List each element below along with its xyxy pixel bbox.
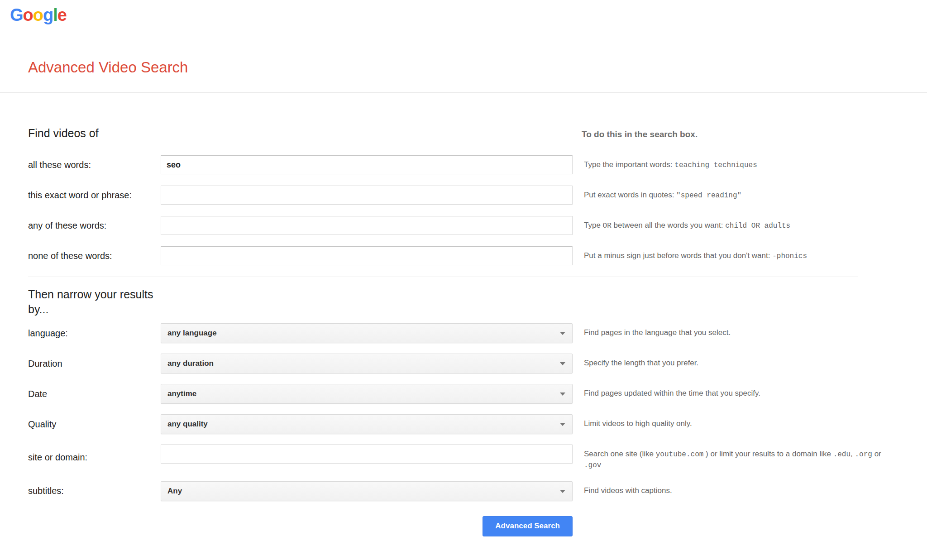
find-section-heading-row: Find videos of To do this in the search …: [28, 127, 897, 140]
duration-label: Duration: [28, 354, 161, 373]
button-row-spacer: [28, 516, 161, 536]
hint-text: Limit videos to high quality only.: [584, 419, 692, 428]
exact-word-or-phrase-input[interactable]: [161, 186, 573, 205]
quality-hint: Limit videos to high quality only.: [584, 414, 692, 434]
chevron-down-icon: [560, 362, 565, 365]
hint-example-text: child OR adults: [725, 222, 790, 230]
exact-word-or-phrase-label: this exact word or phrase:: [28, 186, 161, 205]
any-of-these-words-hint: Type OR between all the words you want: …: [584, 216, 790, 235]
any-of-these-words-input[interactable]: [161, 216, 573, 235]
any-of-these-words-control: [161, 216, 573, 235]
logo-letter: g: [43, 5, 53, 24]
hint-text: Put a minus sign just before words that …: [584, 251, 772, 260]
logo-letter: e: [57, 5, 67, 24]
hint-text: ,: [851, 450, 855, 458]
hint-text: Type: [584, 221, 603, 230]
exact-word-or-phrase-hint: Put exact words in quotes: "speed readin…: [584, 186, 741, 205]
site-or-domain-input[interactable]: [161, 445, 573, 464]
narrow-results-heading: Then narrow your results by...: [28, 287, 164, 317]
hint-example-text: OR: [603, 222, 612, 230]
row-site-or-domain: site or domain:Search one site (like you…: [28, 445, 897, 471]
google-logo[interactable]: Google: [10, 5, 67, 25]
main-content: Find videos of To do this in the search …: [28, 92, 897, 536]
hint-text: or: [872, 450, 881, 458]
advanced-video-search-page: Google Advanced Video Search Find videos…: [0, 0, 927, 560]
none-of-these-words-input[interactable]: [161, 246, 573, 265]
chevron-down-icon: [560, 490, 565, 493]
page-title: Advanced Video Search: [28, 59, 188, 76]
subtitles-hint: Find videos with captions.: [584, 481, 672, 501]
none-of-these-words-hint: Put a minus sign just before words that …: [584, 246, 807, 265]
section-divider: [28, 277, 858, 277]
hint-text: Type the important words:: [584, 160, 674, 169]
date-label: Date: [28, 384, 161, 404]
duration-selected-value: any duration: [167, 359, 214, 368]
none-of-these-words-control: [161, 246, 573, 265]
row-any-of-these-words: any of these words:Type OR between all t…: [28, 216, 897, 235]
hint-text: Find pages in the language that you sele…: [584, 328, 731, 337]
row-all-these-words: all these words:Type the important words…: [28, 155, 897, 174]
quality-label: Quality: [28, 414, 161, 434]
site-or-domain-hint: Search one site (like youtube.com ) or l…: [584, 445, 887, 471]
logo-letter: G: [10, 5, 23, 24]
row-subtitles: subtitles:AnyFind videos with captions.: [28, 481, 897, 501]
hint-text: Specify the length that you prefer.: [584, 359, 698, 367]
hint-example-text: -phonics: [772, 252, 807, 260]
logo-letter: o: [23, 5, 33, 24]
find-section-rows: all these words:Type the important words…: [28, 155, 897, 265]
language-control: any language: [161, 323, 573, 343]
search-box-hint-heading: To do this in the search box.: [582, 129, 698, 139]
hint-text: Put exact words in quotes:: [584, 191, 676, 199]
hint-text: ) or limit your results to a domain like: [703, 450, 833, 458]
hint-text: Find videos with captions.: [584, 486, 672, 495]
date-hint: Find pages updated within the time that …: [584, 384, 760, 404]
language-selected-value: any language: [167, 329, 217, 338]
duration-hint: Specify the length that you prefer.: [584, 354, 698, 373]
all-these-words-hint: Type the important words: teaching techn…: [584, 155, 757, 174]
subtitles-label: subtitles:: [28, 481, 161, 501]
subtitles-selected-value: Any: [167, 487, 182, 496]
hint-text: Find pages updated within the time that …: [584, 389, 760, 397]
quality-selected-value: any quality: [167, 420, 208, 429]
quality-select[interactable]: any quality: [161, 414, 573, 434]
find-videos-heading: Find videos of: [28, 127, 582, 140]
language-hint: Find pages in the language that you sele…: [584, 323, 731, 343]
exact-word-or-phrase-control: [161, 186, 573, 205]
subtitles-control: Any: [161, 481, 573, 501]
language-select[interactable]: any language: [161, 323, 573, 343]
all-these-words-label: all these words:: [28, 155, 161, 174]
row-none-of-these-words: none of these words:Put a minus sign jus…: [28, 246, 897, 265]
row-duration: Durationany durationSpecify the length t…: [28, 354, 897, 373]
advanced-search-button[interactable]: Advanced Search: [483, 516, 573, 536]
button-zone: Advanced Search: [161, 516, 573, 536]
site-or-domain-control: [161, 445, 573, 471]
duration-control: any duration: [161, 354, 573, 373]
all-these-words-input[interactable]: [161, 155, 573, 174]
date-selected-value: anytime: [167, 389, 196, 398]
all-these-words-control: [161, 155, 573, 174]
date-control: anytime: [161, 384, 573, 404]
none-of-these-words-label: none of these words:: [28, 246, 161, 265]
chevron-down-icon: [560, 332, 565, 335]
hint-text: Search one site (like: [584, 450, 656, 458]
chevron-down-icon: [560, 392, 565, 396]
row-language: language:any languageFind pages in the l…: [28, 323, 897, 343]
hint-example-text: .edu: [833, 450, 851, 459]
hint-example-text: "speed reading": [676, 191, 741, 200]
hint-example-text: .org: [855, 450, 872, 459]
date-select[interactable]: anytime: [161, 384, 573, 404]
logo-letter: o: [33, 5, 43, 24]
language-label: language:: [28, 323, 161, 343]
hint-example-text: youtube.com: [656, 450, 704, 459]
subtitles-select[interactable]: Any: [161, 481, 573, 501]
duration-select[interactable]: any duration: [161, 354, 573, 373]
logo-letter: l: [53, 5, 57, 24]
narrow-section-rows: language:any languageFind pages in the l…: [28, 323, 897, 501]
row-date: DateanytimeFind pages updated within the…: [28, 384, 897, 404]
button-row: Advanced Search: [28, 516, 897, 536]
row-exact-word-or-phrase: this exact word or phrase:Put exact word…: [28, 186, 897, 205]
hint-text: between all the words you want:: [612, 221, 725, 230]
chevron-down-icon: [560, 423, 565, 426]
any-of-these-words-label: any of these words:: [28, 216, 161, 235]
row-quality: Qualityany qualityLimit videos to high q…: [28, 414, 897, 434]
